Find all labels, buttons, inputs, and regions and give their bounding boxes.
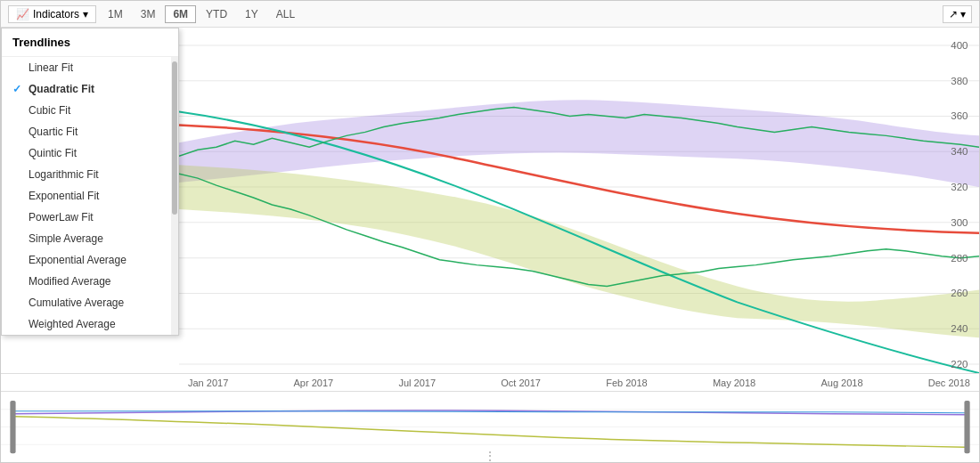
dropdown-header: Trendlines: [2, 28, 178, 57]
nav-handle-left[interactable]: [10, 401, 15, 453]
dropdown-label-cubic-fit: Cubic Fit: [29, 104, 70, 117]
dropdown-item-linear-fit[interactable]: Linear Fit: [2, 57, 178, 78]
scrollbar-thumb: [172, 61, 177, 215]
dropdown-item-exponential-fit[interactable]: Exponential Fit: [2, 185, 178, 207]
dropdown-label-exponential-fit: Exponential Fit: [29, 190, 99, 202]
y-label-360: 360: [951, 111, 968, 122]
dropdown-label-quartic-fit: Quartic Fit: [29, 126, 78, 138]
time-btn-ytd[interactable]: YTD: [198, 5, 235, 23]
dropdown-item-simple-average[interactable]: Simple Average: [2, 228, 178, 249]
navigator: ⋮: [1, 391, 979, 462]
yellow-band: [179, 165, 979, 337]
dropdown-label-weighted-average: Weighted Average: [29, 318, 116, 330]
y-label-380: 380: [951, 76, 968, 86]
x-label-jul2017: Jul 2017: [398, 378, 436, 388]
x-label-apr2017: Apr 2017: [294, 378, 334, 388]
navigator-svg: ⋮: [1, 392, 979, 462]
dropdown-item-powerlaw-fit[interactable]: PowerLaw Fit: [2, 207, 178, 228]
toolbar: 📈 Indicators ▾ 1M 3M 6M YTD 1Y ALL ↗ ▾: [1, 1, 979, 28]
indicators-label: Indicators: [33, 8, 79, 20]
time-btn-6m[interactable]: 6M: [165, 5, 196, 23]
time-btn-1m[interactable]: 1M: [100, 5, 131, 23]
dropdown-menu: Trendlines Linear Fit ✓ Quadratic Fit Cu…: [1, 28, 179, 336]
x-label-feb2018: Feb 2018: [606, 378, 647, 388]
dropdown-label-cumulative-average: Cumulative Average: [29, 296, 124, 309]
dropdown-item-logarithmic-fit[interactable]: Logarithmic Fit: [2, 164, 178, 185]
main-container: 📈 Indicators ▾ 1M 3M 6M YTD 1Y ALL ↗ ▾ T…: [0, 0, 980, 463]
y-label-400: 400: [951, 40, 968, 51]
dropdown-label-powerlaw-fit: PowerLaw Fit: [29, 211, 94, 223]
x-axis-labels: Jan 2017 Apr 2017 Jul 2017 Oct 2017 Feb …: [179, 374, 979, 391]
dropdown-item-quintic-fit[interactable]: Quintic Fit: [2, 142, 178, 164]
toolbar-right: ↗ ▾: [943, 5, 972, 23]
time-buttons: 1M 3M 6M YTD 1Y ALL: [100, 5, 303, 23]
x-label-may2018: May 2018: [713, 378, 755, 388]
dropdown-scrollbar[interactable]: [171, 57, 178, 335]
purple-band-upper: [179, 100, 979, 187]
chart-svg-wrapper: 400 380 360 340 320 300 280 260 240 220: [179, 28, 979, 373]
nav-yellow-line: [15, 417, 966, 448]
indicators-button[interactable]: 📈 Indicators ▾: [8, 5, 96, 23]
time-btn-1y[interactable]: 1Y: [237, 5, 266, 23]
y-label-300: 300: [951, 217, 968, 228]
x-label-dec2018: Dec 2018: [928, 378, 970, 388]
y-label-320: 320: [951, 182, 968, 192]
dropdown-item-quadratic-fit[interactable]: ✓ Quadratic Fit: [2, 78, 178, 100]
chart-icon: 📈: [16, 8, 29, 20]
check-icon-quadratic: ✓: [12, 83, 23, 95]
dropdown-arrow-icon: ▾: [83, 8, 88, 20]
x-label-oct2017: Oct 2017: [501, 378, 541, 388]
nav-handle-right[interactable]: [964, 401, 969, 453]
dropdown-item-weighted-average[interactable]: Weighted Average: [2, 313, 178, 335]
dropdown-item-cubic-fit[interactable]: Cubic Fit: [2, 100, 178, 121]
x-label-jan2017: Jan 2017: [188, 378, 228, 388]
dropdown-item-modified-average[interactable]: Modified Average: [2, 271, 178, 292]
dropdown-item-quartic-fit[interactable]: Quartic Fit: [2, 121, 178, 142]
y-label-340: 340: [951, 147, 968, 158]
dropdown-item-exponential-average[interactable]: Exponential Average: [2, 249, 178, 271]
chart-type-button[interactable]: ↗ ▾: [943, 5, 972, 23]
dropdown-label-logarithmic-fit: Logarithmic Fit: [29, 168, 99, 181]
dropdown-label-simple-average: Simple Average: [29, 232, 103, 245]
y-label-260: 260: [951, 288, 968, 299]
dropdown-label-quintic-fit: Quintic Fit: [29, 147, 77, 159]
y-label-220: 220: [951, 359, 968, 370]
time-btn-3m[interactable]: 3M: [133, 5, 164, 23]
dropdown-label-exponential-average: Exponential Average: [29, 254, 127, 266]
y-label-240: 240: [951, 323, 968, 334]
x-axis: Jan 2017 Apr 2017 Jul 2017 Oct 2017 Feb …: [1, 373, 979, 391]
dropdown-label-linear-fit: Linear Fit: [29, 61, 73, 74]
y-label-280: 280: [951, 253, 968, 264]
time-btn-all[interactable]: ALL: [268, 5, 303, 23]
nav-resize-handle[interactable]: ⋮: [484, 449, 496, 462]
dropdown-label-modified-average: Modified Average: [29, 275, 111, 288]
dropdown-item-cumulative-average[interactable]: Cumulative Average: [2, 292, 178, 313]
x-label-aug2018: Aug 2018: [821, 378, 862, 388]
dropdown-label-quadratic-fit: Quadratic Fit: [29, 83, 94, 95]
main-chart: 400 380 360 340 320 300 280 260 240 220: [179, 28, 979, 373]
chart-area: Trendlines Linear Fit ✓ Quadratic Fit Cu…: [1, 28, 979, 373]
